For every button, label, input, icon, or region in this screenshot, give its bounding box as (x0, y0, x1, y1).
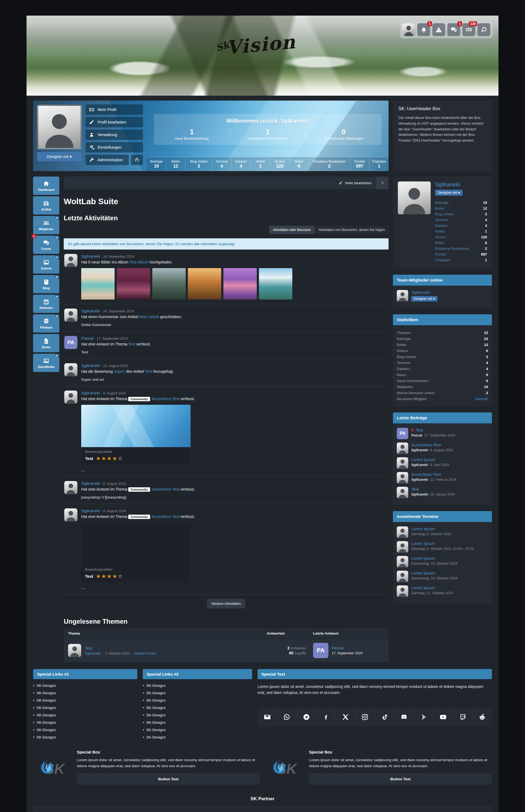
post-title-link[interactable]: Ausschluss-Test (411, 472, 456, 477)
moderation-icon[interactable] (432, 23, 445, 36)
sidebar-item-filebase[interactable]: Filebase▶ (33, 314, 59, 333)
jcoins-icon[interactable]: 120 (462, 23, 475, 36)
menu-mein-profil[interactable]: Mein Profil (86, 104, 143, 115)
special-link[interactable]: SK-Designz (33, 706, 137, 710)
menu-verwaltung[interactable]: Verwaltung (86, 129, 143, 140)
special-link[interactable]: SK-Designz (143, 706, 252, 710)
sk-logo[interactable]: SK (265, 750, 303, 788)
thread-title-link[interactable]: Test (85, 646, 155, 650)
thread-forum-link[interactable]: Default Forum (134, 652, 155, 655)
logout-button[interactable] (131, 155, 143, 165)
partner-logo[interactable]: SK DESIGNZWOLTLAB THEMES WITH LOVE (112, 809, 185, 812)
special-box-button[interactable]: Button Text (309, 773, 492, 785)
summary-neue-benachrichtung[interactable]: 1neue Benachrichtung (154, 128, 230, 140)
gallery-image-forest[interactable] (188, 268, 221, 300)
edit-menu-button[interactable] (376, 177, 389, 189)
search-icon[interactable] (477, 23, 490, 36)
activity-user-link[interactable]: SgtKaneki (81, 309, 100, 313)
list-item[interactable]: TestSgtKaneki29. Januar 2024 (397, 487, 488, 498)
partner-logo[interactable]: SK DESIGNZWOLTLAB THEMES WITH LOVE (340, 809, 413, 812)
menu-einstellungen[interactable]: Einstellungen (86, 142, 143, 153)
discord-icon[interactable] (394, 708, 414, 726)
list-item[interactable]: PATestPascal17. September 2024 (397, 428, 488, 439)
whatsapp-icon[interactable] (277, 708, 297, 726)
list-item[interactable]: Lorem IpsumDienstag, 8. Oktober 2024, 10… (397, 541, 488, 553)
teamspeak-icon[interactable] (414, 708, 433, 726)
special-link[interactable]: SK-Designz (143, 713, 252, 717)
special-link[interactable]: SK-Designz (143, 720, 252, 724)
youtube-icon[interactable] (433, 708, 453, 726)
gallery-image-temple[interactable] (259, 268, 292, 300)
inline-link[interactable]: Test (145, 369, 152, 373)
inline-link[interactable]: Test (128, 342, 135, 346)
gallery-image-mountain-lake[interactable] (152, 268, 186, 300)
user-avatar-large[interactable] (37, 104, 83, 149)
tab-aktivit-ten-von-benutzern-denen-sie-folgen[interactable]: Aktivitäten von Benutzern, denen Sie fol… (314, 226, 389, 234)
special-box-button[interactable]: Button Text (77, 773, 260, 785)
telegram-icon[interactable] (296, 708, 316, 726)
gallery-image-lavender[interactable] (223, 268, 257, 300)
list-item[interactable]: Lorem IpsumDonnerstag, 10. Oktober 2024 (397, 556, 488, 567)
special-link[interactable]: SK-Designz (143, 735, 252, 739)
special-link[interactable]: SK-Designz (143, 728, 252, 732)
x-icon[interactable] (335, 708, 355, 726)
profile-avatar[interactable] (398, 182, 431, 264)
edit-page-label[interactable]: Seite bearbeiten (345, 181, 372, 185)
list-item[interactable]: Ausschluss-TestSgtKaneki8. August 2024 (397, 443, 488, 454)
gallery-image-corridor[interactable] (117, 268, 150, 300)
activity-user-link[interactable]: SgtKaneki (81, 254, 100, 259)
partner-logo[interactable]: SK DESIGNZWOLTLAB THEMES WITH LOVE (416, 809, 489, 812)
post-title-link[interactable]: Lorem Ipsum (411, 457, 449, 462)
special-link[interactable]: SK-Designz (33, 713, 137, 717)
facebook-icon[interactable] (316, 708, 336, 726)
conversations-icon[interactable]: 1 (447, 23, 460, 36)
post-title-link[interactable]: Ausschluss-Test (411, 443, 453, 447)
event-title-link[interactable]: Lorem Ipsum (411, 571, 457, 575)
activity-user-link[interactable]: SgtKaneki (81, 508, 100, 513)
thread-author-link[interactable]: SgtKaneki (85, 652, 101, 655)
summary-ausstehende-meldungen[interactable]: 0ausstehende Meldungen (305, 128, 381, 140)
event-title-link[interactable]: Lorem Ipsum (411, 541, 474, 546)
special-link[interactable]: SK-Designz (33, 720, 137, 724)
reddit-icon[interactable] (472, 708, 492, 726)
sidebar-item-artikel[interactable]: Artikel (33, 196, 59, 215)
event-title-link[interactable]: Lorem Ipsum (411, 585, 453, 590)
table-row[interactable]: Test SgtKaneki7. Oktober 2023Default For… (64, 639, 389, 662)
rating-stars[interactable]: ★★★★☆ (96, 456, 123, 461)
activity-user-link[interactable]: Pascal (81, 336, 93, 340)
list-item[interactable]: Lorem IpsumDienstag, 8. Oktober 2024 (397, 526, 488, 538)
inline-link[interactable]: Super! (114, 369, 125, 373)
special-link[interactable]: SK-Designz (33, 735, 137, 739)
inline-link[interactable]: Ausschluss-Test (152, 397, 179, 401)
list-item[interactable]: Ausschluss-TestSgtKaneki13. Februar 2024 (397, 472, 488, 484)
sidebar-item-blog[interactable]: Blog▶ (33, 275, 59, 293)
user-avatar[interactable] (402, 23, 415, 36)
sidebar-item-forum[interactable]: Forum▶1 (33, 235, 59, 254)
activity-user-link[interactable]: SgtKaneki (81, 390, 100, 395)
inline-link[interactable]: Ausschluss-Test (152, 515, 179, 519)
special-link[interactable]: SK-Designz (33, 728, 137, 732)
list-item[interactable]: Lorem IpsumSamstag, 12. Oktober 2024 (397, 585, 488, 597)
newest-member-link[interactable]: Hannah (475, 397, 488, 401)
special-link[interactable]: SK-Designz (143, 691, 252, 695)
activity-user-link[interactable]: SgtKaneki (81, 481, 100, 486)
team-member-link[interactable]: SgtKaneki (411, 290, 437, 295)
event-title-link[interactable]: Lorem Ipsum (411, 526, 451, 531)
list-item[interactable]: Lorem IpsumDonnerstag, 10. Oktober 2024 (397, 571, 488, 582)
inline-link[interactable]: Ausschluss-Test (152, 487, 179, 491)
more-activities-button[interactable]: Weitere Aktivitäten (207, 599, 245, 608)
twitch-icon[interactable] (453, 708, 472, 726)
sidebar-item-kalender[interactable]: Kalender▶ (33, 295, 59, 313)
menu-administration[interactable]: Administration (86, 155, 129, 165)
sidebar-item-dashboard[interactable]: Dashboard (33, 177, 59, 195)
sidebar-item-easymedia[interactable]: EasyMedia▶ (33, 354, 59, 372)
tiktok-icon[interactable] (375, 708, 394, 726)
rating-article-card[interactable]: BewertungsartikelTest★★★★☆ (81, 523, 191, 583)
partner-logo[interactable]: SK DESIGNZWOLTLAB THEMES WITH LOVE (36, 809, 109, 812)
partner-logo[interactable]: SK DESIGNZWOLTLAB THEMES WITH LOVE (264, 809, 337, 812)
profile-name-link[interactable]: SgtKaneki (435, 182, 460, 187)
last-reply-user-link[interactable]: Pascal (332, 646, 344, 650)
sidebar-item-mitglieder[interactable]: Mitglieder▶ (33, 216, 59, 234)
special-link[interactable]: SK-Designz (33, 698, 137, 702)
mail-icon[interactable] (258, 708, 277, 726)
